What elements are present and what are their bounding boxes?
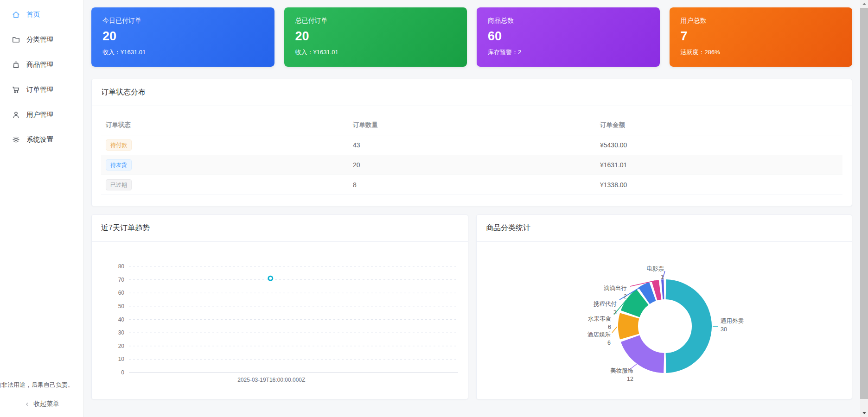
donut-segment-0[interactable] xyxy=(666,290,702,363)
y-tick-label: 30 xyxy=(118,329,125,336)
stat-card-value: 7 xyxy=(681,29,842,44)
table-column-header: 订单数量 xyxy=(348,115,595,135)
scrollbar-up-button[interactable] xyxy=(860,0,868,8)
y-tick-label: 40 xyxy=(118,316,125,323)
sidebar-item-bag[interactable]: 商品管理 xyxy=(0,52,83,77)
category-chart: 通用外卖30美妆服饰12酒店娱乐6水果零食6携程代付3滴滴出行2电影票1 xyxy=(477,242,852,400)
donut-chart-svg: 通用外卖30美妆服饰12酒店娱乐6水果零食6携程代付3滴滴出行2电影票1 xyxy=(477,242,852,400)
user-icon xyxy=(12,110,20,119)
donut-label-name: 电影票 xyxy=(647,265,664,272)
stat-card-subtitle: 收入：¥1631.01 xyxy=(102,48,263,57)
donut-segment-5[interactable] xyxy=(655,290,660,291)
scrollbar-down-button[interactable] xyxy=(860,409,868,417)
table-column-header: 订单状态 xyxy=(101,115,348,135)
donut-segment-3[interactable] xyxy=(630,297,642,314)
donut-label-value: 30 xyxy=(721,326,727,333)
scroll-up-icon xyxy=(862,3,866,5)
order-status-panel-header: 订单状态分布 xyxy=(92,79,852,106)
table-row: 已过期8¥1338.00 xyxy=(101,175,842,195)
stat-card-value: 20 xyxy=(102,29,263,44)
main-content: 今日已付订单20收入：¥1631.01总已付订单20收入：¥1631.01商品总… xyxy=(84,0,868,417)
stat-card-subtitle: 收入：¥1631.01 xyxy=(295,48,456,57)
line-data-point[interactable] xyxy=(268,276,273,280)
category-panel-title: 商品分类统计 xyxy=(486,223,530,233)
table-row: 待付款43¥5430.00 xyxy=(101,135,842,155)
trend-chart: 010203040506070802025-03-19T16:00:00.000… xyxy=(92,242,468,400)
bag-icon xyxy=(12,60,20,69)
order-count-cell: 20 xyxy=(348,155,595,175)
chevron-left-icon xyxy=(24,401,30,407)
line-chart-svg: 010203040506070802025-03-19T16:00:00.000… xyxy=(92,242,468,400)
category-panel: 商品分类统计 通用外卖30美妆服饰12酒店娱乐6水果零食6携程代付3滴滴出行2电… xyxy=(476,215,852,399)
table-header-row: 订单状态订单数量订单金额 xyxy=(101,115,842,135)
order-status-table-wrap: 订单状态订单数量订单金额 待付款43¥5430.00待发货20¥1631.01已… xyxy=(92,106,852,195)
stat-card-title: 今日已付订单 xyxy=(102,17,263,25)
sidebar-item-label: 首页 xyxy=(26,10,40,19)
donut-label-name: 水果零食 xyxy=(588,316,612,322)
stat-card-2: 商品总数60库存预警：2 xyxy=(477,7,660,67)
collapse-menu-button[interactable]: 收起菜单 xyxy=(0,396,83,412)
stat-cards: 今日已付订单20收入：¥1631.01总已付订单20收入：¥1631.01商品总… xyxy=(91,7,852,67)
sidebar-item-label: 用户管理 xyxy=(26,110,53,119)
sidebar-item-label: 订单管理 xyxy=(26,85,53,94)
stat-card-subtitle: 活跃度：286% xyxy=(681,48,842,57)
sidebar-disclaimer: 何非法用途，后果自己负责。 xyxy=(0,381,74,389)
sidebar-menu: 首页分类管理商品管理订单管理用户管理系统设置 xyxy=(0,0,83,152)
order-amount-cell: ¥1631.01 xyxy=(595,155,842,175)
status-badge: 已过期 xyxy=(106,179,132,190)
trend-panel-header: 近7天订单趋势 xyxy=(92,215,468,242)
y-tick-label: 60 xyxy=(118,290,125,296)
order-count-cell: 43 xyxy=(348,135,595,155)
sidebar: 首页分类管理商品管理订单管理用户管理系统设置 何非法用途，后果自己负责。 收起菜… xyxy=(0,0,84,417)
y-tick-label: 50 xyxy=(118,303,125,310)
sidebar-item-folder[interactable]: 分类管理 xyxy=(0,27,83,52)
stat-card-title: 用户总数 xyxy=(681,17,842,25)
app-root: 首页分类管理商品管理订单管理用户管理系统设置 何非法用途，后果自己负责。 收起菜… xyxy=(0,0,868,417)
stat-card-value: 20 xyxy=(295,29,456,44)
y-tick-label: 0 xyxy=(121,369,124,376)
y-tick-label: 20 xyxy=(118,343,125,349)
stat-card-1: 总已付订单20收入：¥1631.01 xyxy=(284,7,467,67)
status-badge: 待发货 xyxy=(106,159,132,171)
trend-panel-title: 近7天订单趋势 xyxy=(101,223,150,233)
table-body: 待付款43¥5430.00待发货20¥1631.01已过期8¥1338.00 xyxy=(101,135,842,195)
status-badge: 待付款 xyxy=(106,139,132,151)
order-amount-cell: ¥1338.00 xyxy=(595,175,842,195)
folder-icon xyxy=(12,35,20,44)
charts-row: 近7天订单趋势 010203040506070802025-03-19T16:0… xyxy=(91,215,852,399)
cart-icon xyxy=(12,85,20,94)
stat-card-value: 60 xyxy=(488,29,649,44)
y-tick-label: 10 xyxy=(118,356,125,362)
home-icon xyxy=(12,10,20,19)
donut-label-value: 3 xyxy=(613,309,617,316)
sidebar-item-cart[interactable]: 订单管理 xyxy=(0,77,83,102)
y-tick-label: 70 xyxy=(118,277,125,283)
y-tick-label: 80 xyxy=(118,263,125,270)
table-column-header: 订单金额 xyxy=(595,115,842,135)
donut-segment-1[interactable] xyxy=(630,339,664,363)
stat-card-3: 用户总数7活跃度：286% xyxy=(670,7,853,67)
sidebar-item-gear[interactable]: 系统设置 xyxy=(0,127,83,152)
order-amount-cell: ¥5430.00 xyxy=(595,135,842,155)
sidebar-item-label: 分类管理 xyxy=(26,35,53,44)
order-status-panel: 订单状态分布 订单状态订单数量订单金额 待付款43¥5430.00待发货20¥1… xyxy=(91,79,852,206)
stat-card-subtitle: 库存预警：2 xyxy=(488,48,649,57)
donut-label-name: 美妆服饰 xyxy=(610,367,633,374)
sidebar-item-user[interactable]: 用户管理 xyxy=(0,102,83,127)
donut-segment-2[interactable] xyxy=(628,316,629,337)
sidebar-item-home[interactable]: 首页 xyxy=(0,2,83,27)
scrollbar-thumb[interactable] xyxy=(860,8,868,399)
donut-label-name: 滴滴出行 xyxy=(604,285,627,291)
order-status-panel-title: 订单状态分布 xyxy=(101,88,146,97)
stat-card-title: 总已付订单 xyxy=(295,17,456,25)
stat-card-title: 商品总数 xyxy=(488,17,649,25)
donut-label-value: 12 xyxy=(627,376,633,382)
gear-icon xyxy=(12,135,20,144)
stat-card-0: 今日已付订单20收入：¥1631.01 xyxy=(91,7,274,67)
vertical-scrollbar[interactable] xyxy=(860,0,868,417)
collapse-menu-label: 收起菜单 xyxy=(33,400,59,408)
donut-segment-4[interactable] xyxy=(644,291,652,296)
donut-label-value: 6 xyxy=(607,340,611,346)
donut-label-value: 2 xyxy=(624,293,627,300)
donut-label-value: 1 xyxy=(661,274,664,280)
